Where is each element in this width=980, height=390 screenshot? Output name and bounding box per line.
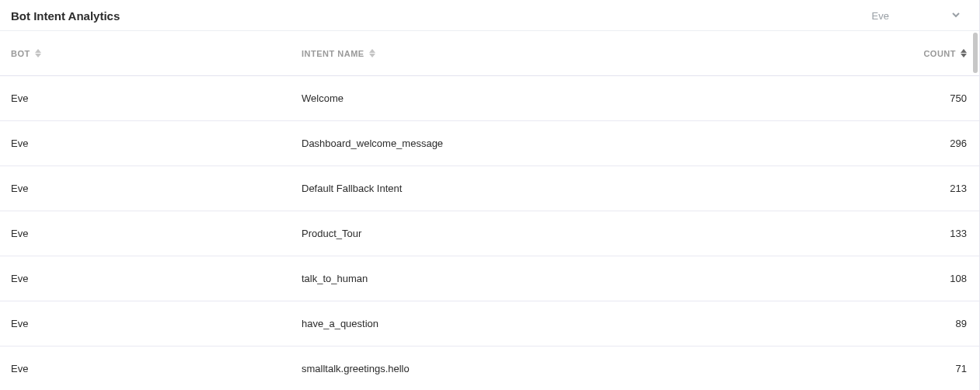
table-row[interactable]: Eve Product_Tour 133 [0, 211, 979, 256]
cell-intent: Default Fallback Intent [302, 183, 905, 194]
sort-icon [961, 49, 967, 58]
analytics-panel: Bot Intent Analytics Eve BOT INTENT NAME… [0, 0, 980, 390]
cell-bot: Eve [11, 138, 302, 149]
bot-selector-value: Eve [872, 10, 889, 22]
cell-count: 133 [905, 228, 967, 239]
table-header-row: BOT INTENT NAME COUNT [0, 31, 979, 76]
column-header-label: INTENT NAME [302, 49, 364, 58]
cell-bot: Eve [11, 318, 302, 329]
svg-marker-5 [961, 54, 967, 57]
cell-bot: Eve [11, 183, 302, 194]
panel-title: Bot Intent Analytics [11, 9, 120, 23]
cell-intent: Dashboard_welcome_message [302, 138, 905, 149]
table-row[interactable]: Eve smalltalk.greetings.hello 71 [0, 346, 979, 390]
column-header-count[interactable]: COUNT [905, 49, 967, 58]
column-header-bot[interactable]: BOT [11, 49, 302, 58]
cell-count: 750 [905, 92, 967, 104]
table-row[interactable]: Eve Welcome 750 [0, 76, 979, 121]
cell-count: 108 [905, 273, 967, 284]
table-row[interactable]: Eve Default Fallback Intent 213 [0, 166, 979, 211]
column-header-label: COUNT [923, 49, 956, 58]
cell-bot: Eve [11, 228, 302, 239]
svg-marker-0 [35, 49, 41, 53]
cell-intent: Product_Tour [302, 228, 905, 239]
cell-intent: Welcome [302, 92, 905, 104]
svg-marker-4 [961, 49, 967, 53]
table-row[interactable]: Eve Dashboard_welcome_message 296 [0, 121, 979, 166]
bot-selector[interactable]: Eve [872, 10, 967, 22]
cell-bot: Eve [11, 363, 302, 374]
sort-icon [35, 49, 41, 58]
svg-marker-2 [369, 49, 375, 53]
cell-count: 89 [905, 318, 967, 329]
panel-header: Bot Intent Analytics Eve [0, 0, 979, 31]
cell-intent: have_a_question [302, 318, 905, 329]
sort-icon [369, 49, 375, 58]
cell-bot: Eve [11, 92, 302, 104]
cell-bot: Eve [11, 273, 302, 284]
cell-count: 71 [905, 363, 967, 374]
table-body: Eve Welcome 750 Eve Dashboard_welcome_me… [0, 76, 979, 390]
svg-marker-1 [35, 54, 41, 57]
scrollbar-thumb[interactable] [973, 33, 978, 73]
chevron-down-icon [951, 10, 961, 22]
table-row[interactable]: Eve talk_to_human 108 [0, 256, 979, 301]
column-header-intent[interactable]: INTENT NAME [302, 49, 905, 58]
cell-intent: talk_to_human [302, 273, 905, 284]
cell-count: 213 [905, 183, 967, 194]
table-row[interactable]: Eve have_a_question 89 [0, 301, 979, 346]
cell-intent: smalltalk.greetings.hello [302, 363, 905, 374]
column-header-label: BOT [11, 49, 30, 58]
svg-marker-3 [369, 54, 375, 57]
cell-count: 296 [905, 138, 967, 149]
